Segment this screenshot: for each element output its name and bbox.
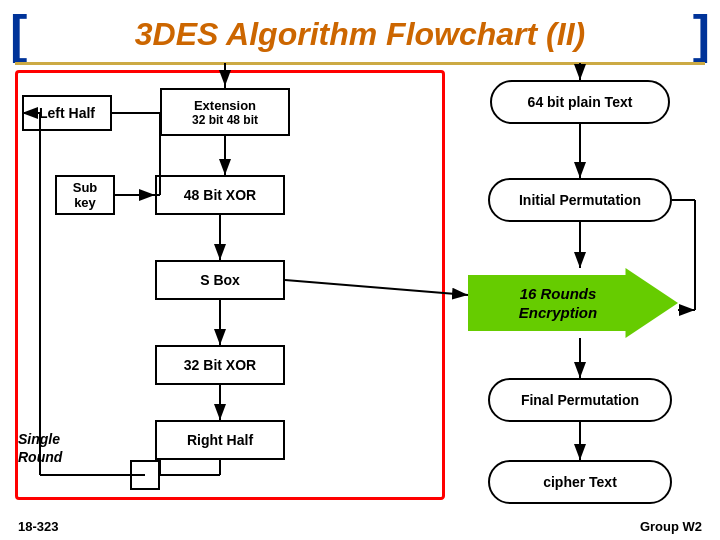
- rounds-arrow: 16 RoundsEncryption: [468, 268, 678, 338]
- right-half-box: Right Half: [155, 420, 285, 460]
- sbox: S Box: [155, 260, 285, 300]
- title-area: [ 3DES Algorithm Flowchart (II) ]: [10, 8, 710, 60]
- subkey-box: Subkey: [55, 175, 115, 215]
- page-title: 3DES Algorithm Flowchart (II): [31, 16, 688, 53]
- title-underline: [15, 62, 705, 65]
- extension-box: Extension 32 bit 48 bit: [160, 88, 290, 136]
- cipher-text-box: cipher Text: [488, 460, 672, 504]
- final-perm-box: Final Permutation: [488, 378, 672, 422]
- xor32-box: 32 Bit XOR: [155, 345, 285, 385]
- group-label: Group W2: [640, 519, 702, 534]
- left-half-box: Left Half: [22, 95, 112, 131]
- single-round-label: SingleRound: [18, 430, 62, 466]
- bracket-right: ]: [693, 8, 710, 60]
- plain-text-box: 64 bit plain Text: [490, 80, 670, 124]
- page-number: 18-323: [18, 519, 58, 534]
- feedback-box: [130, 460, 160, 490]
- init-perm-box: Initial Permutation: [488, 178, 672, 222]
- bracket-left: [: [10, 8, 27, 60]
- xor48-box: 48 Bit XOR: [155, 175, 285, 215]
